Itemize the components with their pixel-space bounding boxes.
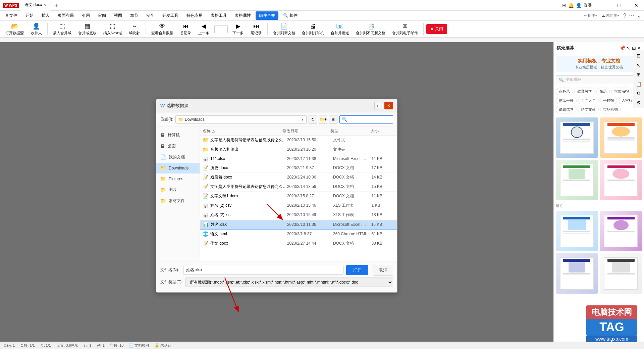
file-row[interactable]: 📊 姓名 (2).csv 2023/2/10 15:46 XLS 工作表 1 K… [200, 201, 397, 210]
tab-doc[interactable]: 语文.docx ✕ [20, 0, 51, 11]
file-row[interactable]: 📊 姓名 (2).xls 2023/2/10 15:49 XLS 工作表 18 … [200, 210, 397, 220]
template-item-1[interactable] [556, 117, 598, 158]
tag-poster[interactable]: 宣传海报 [611, 88, 632, 95]
open-button[interactable]: 打开 [346, 265, 368, 275]
nav-pictures[interactable]: 📁 Pictures [156, 173, 200, 184]
panel-close-icon[interactable]: ✕ [637, 45, 641, 51]
tag-thesis[interactable]: 论文文献 [578, 106, 599, 113]
settings-btn[interactable]: ⋯ [629, 12, 634, 19]
sync-btn[interactable]: ☁ 未同步~ [601, 13, 619, 18]
loc-view-btn[interactable]: ⊞ [329, 115, 337, 124]
side-icon-2[interactable]: ↖ [635, 61, 643, 69]
tag-handnote[interactable]: 手抄报 [600, 97, 617, 104]
menu-start[interactable]: 开始 [22, 11, 37, 20]
toolbar-next[interactable]: ▶ 下一条 [230, 22, 247, 37]
side-icon-6[interactable]: ⚙ [635, 99, 643, 107]
file-row[interactable]: 📝 粉黛着.docx 2023/3/24 10:06 DOCX 文档 14 KB [200, 173, 397, 182]
dialog-maximize[interactable]: □ [374, 102, 383, 109]
nav-desktop[interactable]: 🖥 桌面 [156, 141, 200, 152]
file-row-selected[interactable]: 📊 姓名.xlsx 2023/2/13 11:36 Microsoft Exce… [200, 220, 397, 230]
location-dropdown-icon[interactable]: ▾ [302, 117, 304, 122]
menu-mail-merge[interactable]: 邮件合并 [256, 11, 278, 20]
toolbar-merge-new[interactable]: 📄 合并到新文档 [270, 22, 298, 37]
file-row[interactable]: 📝 历史.docx 2023/2/21 9:37 DOCX 文档 17 KB [200, 163, 397, 173]
toolbar-first[interactable]: ⏮ 首记录 [177, 22, 194, 37]
menu-table-tools[interactable]: 表格工具 [207, 11, 230, 20]
nav-downloads[interactable]: 📁 Downloads [156, 163, 200, 173]
filename-input[interactable] [183, 266, 343, 275]
file-row[interactable]: 📝 文字是人类用符号记录表达信息以传之久远的方式... 2023/2/14 13… [200, 182, 397, 192]
menu-insert[interactable]: 插入 [38, 11, 53, 20]
toolbar-close-button[interactable]: ✕ 关闭 [426, 24, 447, 34]
tag-business[interactable]: 商务风 [556, 88, 573, 95]
template-item-3[interactable] [556, 160, 598, 200]
search-box[interactable]: 🔍 [339, 115, 393, 123]
file-row[interactable]: 📁 音频输入和输出 2023/3/24 16:20 文件夹 [200, 145, 397, 154]
menu-layout[interactable]: 页面布局 [54, 11, 77, 20]
template-item-4[interactable] [600, 160, 642, 200]
recent-template-2[interactable] [600, 211, 642, 251]
search-input[interactable] [347, 116, 391, 123]
nav-mydocs[interactable]: 📄 我的文档 [156, 152, 200, 163]
file-row[interactable]: 📊 111.xlsx 2023/2/17 11:38 Microsoft Exc… [200, 154, 397, 163]
side-icon-1[interactable]: ⊡ [635, 52, 643, 60]
recent-template-3[interactable] [556, 253, 598, 294]
toolbar-merge-send[interactable]: 📧 合并并发送 [328, 22, 352, 37]
tag-resume[interactable]: 简历 [596, 88, 610, 95]
file-row[interactable]: 📝 文字文稿1.docx 2023/3/15 8:27 DOCX 文档 11 K… [200, 192, 397, 201]
loc-refresh-btn[interactable]: ↻ [309, 115, 317, 124]
tag-letter[interactable]: 信纸手账 [556, 97, 577, 104]
dialog-close[interactable]: ✕ [384, 102, 393, 109]
toolbar-field-shade[interactable]: ▦ 合并域底纹 [75, 22, 99, 37]
toolbar-preview[interactable]: 👁 查看合并数据 [149, 22, 176, 37]
toolbar-merge-print[interactable]: 🖨 合并到打印机 [299, 22, 327, 37]
menu-section[interactable]: 章节 [127, 11, 142, 20]
comment-btn[interactable]: ✏ 批注~ [584, 13, 597, 18]
nav-images[interactable]: 📁 图片 [156, 184, 200, 195]
record-number-input[interactable] [214, 25, 228, 33]
col-header-size[interactable]: 大小 [371, 128, 395, 134]
menu-table-props[interactable]: 表格属性 [231, 11, 254, 20]
topbar-icon3[interactable]: 👤 [576, 3, 582, 8]
minimize-button[interactable]: — [594, 0, 609, 11]
maximize-button[interactable]: □ [611, 0, 627, 11]
template-search-box[interactable]: 🔍 搜索模板 [556, 75, 642, 84]
side-icon-4[interactable]: 📋 [635, 80, 643, 88]
close-button[interactable]: ✕ [629, 0, 644, 11]
topbar-icon1[interactable]: ⊞ [562, 3, 566, 8]
toolbar-merge-email[interactable]: ✉ 合并到电子邮件 [389, 22, 421, 37]
menu-file[interactable]: ≡ 文件 [3, 11, 21, 20]
tag-contract[interactable]: 合同大全 [578, 97, 599, 104]
menu-ref[interactable]: 引用 [78, 11, 93, 20]
cancel-button[interactable]: 取消 [373, 265, 393, 276]
tag-education[interactable]: 教育教学 [574, 88, 595, 95]
tab-add[interactable]: + [52, 2, 61, 8]
filetype-select[interactable]: 所有数据源(*.mdb;*.dsn;*.et;*.xls;*.xlsx;*.xl… [185, 278, 393, 287]
loc-newfolder-btn[interactable]: 📁+ [319, 115, 327, 124]
nav-materials[interactable]: 📁 素材文件 [156, 195, 200, 206]
toolbar-recipients[interactable]: 👤 收件人 [28, 22, 45, 37]
col-header-date[interactable]: 修改日期 [282, 128, 330, 134]
menu-view[interactable]: 视图 [111, 11, 125, 20]
expand-btn[interactable]: ⌄ [637, 12, 641, 19]
panel-cursor-icon[interactable]: ↖ [627, 45, 631, 51]
file-row[interactable]: 📁 文字是人类用符号记录表达信息以传之久远的方式... 2023/2/13 15… [200, 136, 397, 145]
toolbar-field-map[interactable]: ↔ 域映射 [126, 22, 143, 37]
col-header-name[interactable]: 名称 △ [203, 128, 282, 134]
menu-security[interactable]: 安全 [143, 11, 158, 20]
nav-computer[interactable]: 🖥 计算机 [156, 130, 200, 141]
toolbar-last[interactable]: ⏭ 尾记录 [248, 22, 265, 37]
tag-exam[interactable]: 试题试卷 [556, 106, 577, 113]
panel-add-icon[interactable]: ⊞ [632, 45, 636, 51]
file-row[interactable]: 🌐 语文.html 2023/3/1 8:37 360 Chrome HTML.… [200, 230, 397, 239]
col-header-type[interactable]: 类型 [330, 128, 370, 134]
toolbar-insert-field[interactable]: ⬚ 插入合并域 [50, 22, 74, 37]
side-icon-3[interactable]: ⊞ [635, 70, 643, 79]
help-btn[interactable]: ? [623, 13, 626, 19]
toolbar-prev[interactable]: ◀ 上一条 [196, 22, 212, 37]
menu-devtools[interactable]: 开发工具 [159, 11, 182, 20]
recent-template-4[interactable] [600, 253, 642, 294]
tab-close[interactable]: ✕ [43, 3, 46, 7]
topbar-icon2[interactable]: 🔔 [568, 3, 574, 8]
menu-mail[interactable]: 🔍 邮件 [280, 11, 301, 20]
